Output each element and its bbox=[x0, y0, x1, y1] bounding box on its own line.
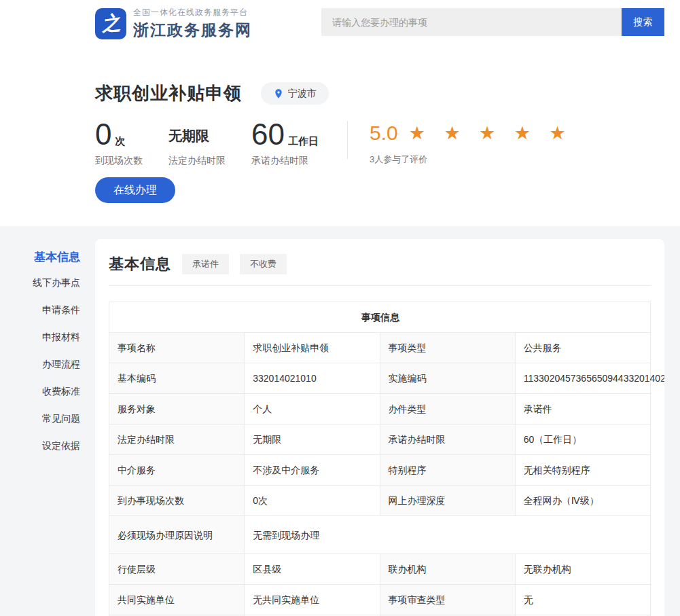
logo-glyph: 之 bbox=[100, 13, 122, 35]
row-value: 不涉及中介服务 bbox=[245, 455, 380, 486]
page-header: 之 全国一体化在线政务服务平台 浙江政务服务网 搜索 求职创业补贴申领 宁波市 … bbox=[0, 0, 680, 226]
row-label: 到办事现场次数 bbox=[109, 486, 245, 516]
tag-promise-type: 承诺件 bbox=[182, 254, 229, 274]
stat-promise-limit-value: 60 bbox=[251, 120, 285, 149]
row-label: 服务对象 bbox=[109, 394, 245, 424]
platform-tagline: 全国一体化在线政务服务平台 bbox=[133, 7, 252, 18]
search-button[interactable]: 搜索 bbox=[622, 8, 664, 36]
search-input[interactable] bbox=[321, 8, 622, 36]
site-name: 浙江政务服务网 bbox=[133, 20, 252, 41]
row-value: 无联办机构 bbox=[515, 554, 650, 585]
tag-no-fee: 不收费 bbox=[240, 254, 287, 274]
row-value: 无 bbox=[515, 585, 650, 615]
row-value: 60（工作日） bbox=[515, 424, 650, 455]
table-row: 服务对象 个人 办件类型 承诺件 bbox=[109, 394, 651, 424]
rating-participants: 3人参与了评价 bbox=[370, 153, 573, 166]
table-row: 行使层级 区县级 联办机构 无联办机构 bbox=[109, 554, 651, 585]
sidebar-item-fees[interactable]: 收费标准 bbox=[0, 386, 80, 397]
row-label: 网上办理深度 bbox=[380, 486, 515, 516]
rating-score: 5.0 bbox=[370, 122, 398, 145]
table-row: 法定办结时限 无期限 承诺办结时限 60（工作日） bbox=[109, 424, 651, 455]
table-row: 必须现场办理原因说明 无需到现场办理 bbox=[109, 516, 651, 554]
location-selector[interactable]: 宁波市 bbox=[261, 82, 329, 105]
title-row: 求职创业补贴申领 宁波市 bbox=[95, 81, 329, 105]
row-label: 行使层级 bbox=[109, 554, 245, 585]
stat-visits-unit: 次 bbox=[115, 135, 125, 148]
stats-row: 0 次 到现场次数 无期限 法定办结时限 60 工作日 承诺办结时限 5.0 ★… bbox=[95, 120, 573, 167]
row-value: 0次 bbox=[245, 486, 380, 516]
sidebar-item-process[interactable]: 办理流程 bbox=[0, 359, 80, 369]
row-value: 求职创业补贴申领 bbox=[245, 333, 380, 363]
row-label: 事项名称 bbox=[109, 333, 245, 363]
row-value: 个人 bbox=[245, 394, 380, 424]
sidebar-item-offline-locations[interactable]: 线下办事点 bbox=[0, 278, 80, 288]
site-logo-icon: 之 bbox=[95, 8, 126, 39]
row-label: 实施编码 bbox=[380, 363, 515, 394]
row-label: 共同实施单位 bbox=[109, 585, 245, 615]
table-row: 基本编码 332014021010 实施编码 11330204573656509… bbox=[109, 363, 651, 394]
stat-visits-label: 到现场次数 bbox=[95, 155, 143, 167]
row-value: 无相关特别程序 bbox=[515, 455, 650, 486]
location-pin-icon bbox=[273, 88, 284, 99]
table-row: 事项名称 求职创业补贴申领 事项类型 公共服务 bbox=[109, 333, 651, 363]
row-label: 中介服务 bbox=[109, 455, 245, 486]
table-title-row: 事项信息 bbox=[109, 302, 651, 333]
sidebar-item-apply-conditions[interactable]: 申请条件 bbox=[0, 305, 80, 315]
rating-stars-icon: ★ ★ ★ ★ ★ bbox=[409, 122, 573, 144]
search-bar: 搜索 bbox=[321, 8, 664, 36]
sidebar-item-legal-basis[interactable]: 设定依据 bbox=[0, 441, 80, 451]
stat-legal-limit: 无期限 法定办结时限 bbox=[168, 120, 226, 167]
stat-visits-value: 0 bbox=[95, 120, 111, 149]
row-value: 承诺件 bbox=[515, 394, 650, 424]
stat-promise-limit-unit: 工作日 bbox=[288, 135, 319, 148]
stat-legal-limit-label: 法定办结时限 bbox=[168, 155, 226, 167]
sidebar-item-faq[interactable]: 常见问题 bbox=[0, 414, 80, 424]
sidebar-item-basic-info[interactable]: 基本信息 bbox=[0, 252, 80, 262]
row-label: 事项类型 bbox=[380, 333, 515, 363]
site-brand[interactable]: 之 全国一体化在线政务服务平台 浙江政务服务网 bbox=[95, 7, 252, 41]
row-value: 无期限 bbox=[245, 424, 380, 455]
sidebar-item-materials[interactable]: 申报材料 bbox=[0, 332, 80, 342]
page-title: 求职创业补贴申领 bbox=[95, 81, 242, 105]
stats-divider bbox=[347, 121, 348, 159]
row-label: 办件类型 bbox=[380, 394, 515, 424]
stat-legal-limit-value: 无期限 bbox=[168, 127, 209, 149]
row-label: 必须现场办理原因说明 bbox=[109, 516, 245, 554]
row-label: 基本编码 bbox=[109, 363, 245, 394]
row-value: 1133020457365650944332014021010 bbox=[515, 363, 650, 394]
table-row: 中介服务 不涉及中介服务 特别程序 无相关特别程序 bbox=[109, 455, 651, 486]
card-header: 基本信息 承诺件 不收费 bbox=[109, 254, 651, 286]
row-value: 无需到现场办理 bbox=[245, 516, 651, 554]
row-value: 区县级 bbox=[245, 554, 380, 585]
row-value: 公共服务 bbox=[515, 333, 650, 363]
basic-info-card: 基本信息 承诺件 不收费 事项信息 事项名称 求职创业补贴申领 事项类型 公共服… bbox=[95, 239, 664, 616]
row-label: 事项审查类型 bbox=[380, 585, 515, 615]
row-value: 全程网办（Ⅳ级） bbox=[515, 486, 650, 516]
brand-text: 全国一体化在线政务服务平台 浙江政务服务网 bbox=[133, 7, 252, 41]
table-row: 到办事现场次数 0次 网上办理深度 全程网办（Ⅳ级） bbox=[109, 486, 651, 516]
row-value: 332014021010 bbox=[245, 363, 380, 394]
section-title: 基本信息 bbox=[109, 254, 171, 274]
table-title: 事项信息 bbox=[109, 302, 651, 333]
row-label: 承诺办结时限 bbox=[380, 424, 515, 455]
sidebar-nav: 基本信息 线下办事点 申请条件 申报材料 办理流程 收费标准 常见问题 设定依据 bbox=[0, 252, 80, 468]
row-label: 特别程序 bbox=[380, 455, 515, 486]
stat-visits: 0 次 到现场次数 bbox=[95, 120, 143, 167]
content-zone: 基本信息 线下办事点 申请条件 申报材料 办理流程 收费标准 常见问题 设定依据… bbox=[0, 226, 680, 616]
item-info-table: 事项信息 事项名称 求职创业补贴申领 事项类型 公共服务 基本编码 332014… bbox=[109, 302, 651, 616]
location-name: 宁波市 bbox=[288, 88, 317, 100]
row-label: 联办机构 bbox=[380, 554, 515, 585]
table-row: 共同实施单位 无共同实施单位 事项审查类型 无 bbox=[109, 585, 651, 615]
rating-block: 5.0 ★ ★ ★ ★ ★ 3人参与了评价 bbox=[370, 120, 573, 166]
online-apply-button[interactable]: 在线办理 bbox=[95, 177, 175, 203]
row-label: 法定办结时限 bbox=[109, 424, 245, 455]
stat-promise-limit-label: 承诺办结时限 bbox=[251, 155, 319, 167]
stat-promise-limit: 60 工作日 承诺办结时限 bbox=[251, 120, 319, 167]
row-value: 无共同实施单位 bbox=[245, 585, 380, 615]
